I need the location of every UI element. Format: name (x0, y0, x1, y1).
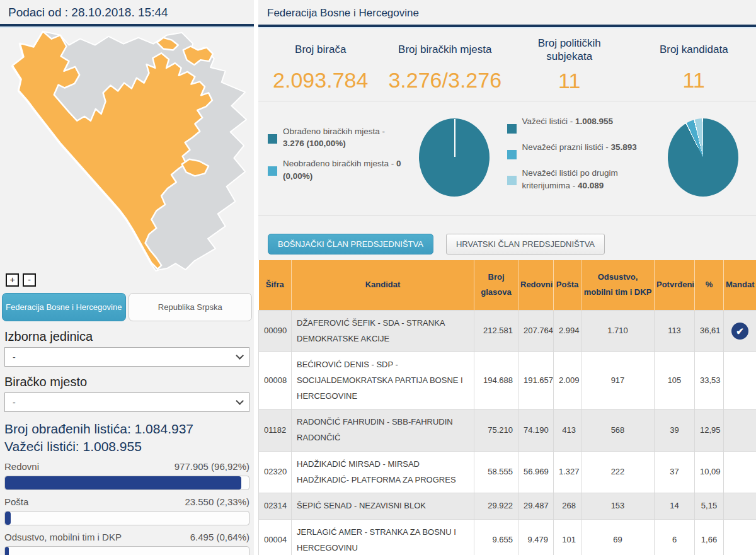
ballots-pie-chart (668, 118, 738, 197)
ballots-legend: Važeći listići - 1.008.955Nevažeći prazn… (507, 115, 651, 199)
value-cell: 33,53 (695, 352, 724, 409)
table-row[interactable]: 02314ŠEPIĆ SENAD - NEZAVISNI BLOK29.9222… (259, 493, 756, 520)
value-cell: 6 (655, 519, 695, 555)
biracko-mjesto-value: - (13, 398, 16, 408)
legend-text: Nevažeći listići po drugim kriterijumima… (522, 167, 651, 192)
legend-swatch (507, 150, 517, 159)
ballot-bar-track (4, 511, 249, 525)
table-row[interactable]: 01182RADONČIĆ FAHRUDIN - SBB-FAHRUDIN RA… (259, 409, 756, 451)
ballot-bar-fill (5, 476, 241, 489)
biracko-mjesto-select[interactable]: - (4, 392, 249, 412)
izborna-jedinica-select[interactable]: - (4, 347, 249, 367)
results-table: ŠifraKandidatBroj glasovaRedovniPoštaOds… (258, 260, 756, 555)
value-cell: 1.327 (554, 451, 581, 493)
data-timestamp: Podaci od : 28.10.2018. 15:44 (0, 0, 254, 26)
legend-swatch (507, 176, 517, 185)
tab-republika-srpska[interactable]: Republika Srpska (129, 293, 253, 321)
table-row[interactable]: 02320HADŽIKADIĆ MIRSAD - MIRSAD HADŽIKAD… (259, 451, 756, 493)
value-cell: 153 (581, 493, 655, 520)
legend-item: Nevažeći listići po drugim kriterijumima… (507, 167, 651, 192)
stat-label: Broj biračkih mjesta (398, 37, 492, 63)
table-row[interactable]: 00090DŽAFEROVIĆ ŠEFIK - SDA - STRANKA DE… (259, 311, 756, 352)
column-header: Odsustvo, mobilni tim i DKP (581, 260, 655, 311)
legend-text: Neobrađeno biračkih mjesta - 0 (0,00%) (283, 157, 401, 182)
ballot-bar-track (4, 476, 249, 490)
ballot-bar-labels: Pošta23.550 (2,33%) (4, 496, 249, 507)
map-zoom-in-button[interactable]: + (6, 273, 19, 287)
bosnia-map[interactable] (0, 26, 254, 272)
candidate-cell: DŽAFEROVIĆ ŠEFIK - SDA - STRANKA DEMOKRA… (292, 311, 474, 352)
croat-member-button[interactable]: HRVATSKI ČLAN PREDSJEDNIŠTVA (446, 234, 605, 255)
stat-4: Broj kandidata11 (632, 37, 756, 93)
stat-label: Broj birača (273, 37, 368, 63)
column-header: Mandat (724, 260, 756, 311)
legend-item: Neobrađeno biračkih mjesta - 0 (0,00%) (268, 157, 401, 182)
ballots-pie-wrap (651, 118, 756, 197)
ballot-bar-value: 6.495 (0,64%) (190, 532, 249, 542)
processed-ballots-total: Broj obrađenih listića: 1.084.937 (4, 420, 249, 438)
value-cell: 9.655 (474, 519, 518, 555)
candidate-cell: JERLAGIĆ AMER - STRANKA ZA BOSNU I HERCE… (292, 519, 474, 555)
legend-item: Nevažeći prazni listići - 35.893 (507, 141, 651, 159)
legend-item: Važeći listići - 1.008.955 (507, 115, 651, 134)
stat-2: Broj biračkih mjesta3.276/3.276 (383, 37, 508, 93)
ballot-bar-label: Odsustvo, mobilni tim i DKP (4, 532, 122, 542)
stat-1: Broj birača2.093.784 (258, 37, 383, 93)
value-cell: 568 (581, 409, 655, 451)
value-cell: 268 (554, 493, 581, 520)
legend-text: Važeći listići - 1.008.955 (522, 115, 614, 134)
entity-tabs: Federacija Bosne i Hercegovine Republika… (2, 293, 252, 321)
value-cell: 00008 (259, 352, 292, 409)
ballot-bar-fill (5, 547, 9, 555)
table-row[interactable]: 00008BEĆIROVIĆ DENIS - SDP - SOCIJALDEMO… (259, 352, 756, 409)
entity-title: Federacija Bosne i Hercegovine (258, 0, 756, 27)
polling-stations-pie-chart (419, 118, 490, 197)
ballot-bar-fill (5, 512, 11, 525)
value-cell: 37 (655, 451, 695, 493)
legend-text: Obrađeno biračkih mjesta - 3.276 (100,00… (283, 125, 401, 150)
candidate-cell: RADONČIĆ FAHRUDIN - SBB-FAHRUDIN RADONČI… (292, 409, 474, 451)
legend-swatch (268, 166, 277, 176)
candidate-cell: BEĆIROVIĆ DENIS - SDP - SOCIJALDEMOKRATS… (292, 352, 474, 409)
tab-federacija-bih[interactable]: Federacija Bosne i Hercegovine (2, 293, 126, 321)
bosniak-member-button[interactable]: BOŠNJAČKI ČLAN PREDSJEDNIŠTVA (268, 234, 433, 255)
mandate-cell (724, 493, 756, 520)
chevron-down-icon (236, 352, 244, 360)
value-cell: 69 (581, 519, 655, 555)
value-cell: 74.190 (518, 409, 554, 451)
value-cell: 02314 (259, 493, 292, 520)
value-cell: 00090 (259, 311, 292, 352)
mandate-cell (724, 352, 756, 409)
value-cell: 39 (655, 409, 695, 451)
value-cell: 58.555 (474, 451, 518, 493)
column-header: Potvrđeni (655, 260, 695, 311)
stat-value: 3.276/3.276 (383, 68, 508, 93)
izborna-jedinica-label: Izborna jedinica (4, 329, 249, 344)
value-cell: 207.764 (518, 311, 554, 352)
polling-stations-pie-wrap (401, 118, 507, 197)
ballot-bar-label: Redovni (4, 461, 39, 472)
value-cell: 2.009 (554, 352, 581, 409)
ballot-bar-value: 23.550 (2,33%) (185, 496, 249, 507)
stat-3: Broj političkih subjekata11 (507, 37, 632, 93)
map-zoom-out-button[interactable]: - (23, 273, 36, 287)
value-cell: 36,61 (695, 311, 724, 352)
biracko-mjesto-label: Biračko mjesto (4, 375, 249, 389)
table-row[interactable]: 00004JERLAGIĆ AMER - STRANKA ZA BOSNU I … (259, 519, 756, 555)
value-cell: 01182 (259, 409, 292, 451)
value-cell: 29.922 (474, 493, 518, 520)
stat-value: 11 (632, 68, 756, 93)
value-cell: 212.581 (474, 311, 518, 352)
value-cell: 413 (554, 409, 581, 451)
results-table-body: 00090DŽAFEROVIĆ ŠEFIK - SDA - STRANKA DE… (259, 311, 756, 555)
value-cell: 9.479 (518, 519, 554, 555)
value-cell: 14 (655, 493, 695, 520)
column-header: Broj glasova (474, 260, 518, 311)
pie-charts-band: Obrađeno biračkih mjesta - 3.276 (100,00… (258, 101, 756, 216)
summary-stats: Broj birača2.093.784Broj biračkih mjesta… (258, 27, 756, 101)
ballot-bar-1: Redovni977.905 (96,92%) (4, 461, 249, 490)
map-zoom-controls: + - (0, 272, 254, 289)
legend-swatch (268, 134, 277, 144)
value-cell: 1,66 (695, 519, 724, 555)
mandate-cell (724, 519, 756, 555)
